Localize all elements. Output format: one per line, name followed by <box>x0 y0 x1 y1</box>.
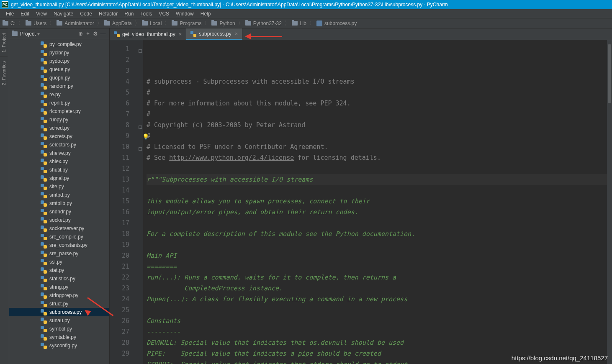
file-tree-item[interactable]: symtable.py <box>9 333 109 341</box>
editor-tab[interactable]: get_video_thumbnail.py× <box>110 28 186 40</box>
code-line[interactable]: r"""Subprocesses with accessible I/O str… <box>147 174 609 185</box>
breadcrumb-segment[interactable]: Programs <box>172 21 201 26</box>
locate-icon[interactable]: ⊕ <box>77 31 84 37</box>
code-editor[interactable]: 1234567891011121314151617181920212223242… <box>110 40 612 364</box>
file-tree-item[interactable]: statistics.py <box>9 274 109 283</box>
file-tree-item[interactable]: symbol.py <box>9 325 109 333</box>
file-tree-item[interactable]: stat.py <box>9 266 109 274</box>
code-line[interactable]: Popen(...): A class for flexibly executi… <box>147 294 609 305</box>
code-line[interactable] <box>147 163 609 174</box>
fold-gutter[interactable] <box>137 40 143 364</box>
hide-icon[interactable]: — <box>99 31 107 37</box>
file-tree-item[interactable]: site.py <box>9 182 109 191</box>
menu-vcs[interactable]: VCS <box>155 10 172 18</box>
menu-refactor[interactable]: Refactor <box>95 10 121 18</box>
menu-window[interactable]: Window <box>172 10 197 18</box>
file-tree-item[interactable]: random.py <box>9 82 109 90</box>
code-line[interactable] <box>147 305 609 315</box>
code-line[interactable]: # <box>147 109 609 120</box>
file-tree-item[interactable]: ssl.py <box>9 258 109 266</box>
close-icon[interactable]: × <box>179 31 182 37</box>
file-tree-item[interactable]: string.py <box>9 283 109 291</box>
code-line[interactable]: DEVNULL: Special value that indicates th… <box>147 337 609 348</box>
code-line[interactable]: # See http://www.python.org/2.4/license … <box>147 152 609 163</box>
code-line[interactable]: Main API <box>147 250 609 261</box>
file-tree-item[interactable]: shelve.py <box>9 149 109 157</box>
menu-tools[interactable]: Tools <box>137 10 155 18</box>
menu-run[interactable]: Run <box>121 10 137 18</box>
toolwindow-tab[interactable]: 1: Project <box>0 28 8 56</box>
menu-view[interactable]: View <box>33 10 50 18</box>
breadcrumb-segment[interactable]: Python37-32 <box>245 21 282 26</box>
breadcrumb-segment[interactable]: Administrator <box>57 21 94 26</box>
menu-navigate[interactable]: Navigate <box>50 10 77 18</box>
file-tree-item[interactable]: sndhdr.py <box>9 208 109 216</box>
code-line[interactable]: # Licensed to PSF under a Contributor Ag… <box>147 141 609 152</box>
code-line[interactable]: This module allows you to spawn processe… <box>147 196 609 207</box>
toolwindow-tab[interactable]: 2: Favorites <box>0 56 8 89</box>
intention-bulb-icon[interactable]: 💡 <box>142 131 149 142</box>
file-tree-item[interactable]: pydoc.py <box>9 57 109 65</box>
editor-tab[interactable]: subprocess.py× <box>186 28 242 40</box>
code-body[interactable]: 💡 # subprocess - Subprocesses with acces… <box>143 40 612 364</box>
menu-code[interactable]: Code <box>77 10 95 18</box>
file-tree-item[interactable]: sre_constants.py <box>9 241 109 249</box>
breadcrumb-segment[interactable]: AppData <box>104 21 132 26</box>
file-tree-item[interactable]: queue.py <box>9 65 109 74</box>
sidebar-title[interactable]: Project▾ <box>20 31 77 37</box>
file-tree-item[interactable]: socket.py <box>9 216 109 224</box>
file-tree-item[interactable]: secrets.py <box>9 132 109 141</box>
file-tree-item[interactable]: sysconfig.py <box>9 341 109 350</box>
file-tree-item[interactable]: runpy.py <box>9 115 109 124</box>
file-tree-item[interactable]: rlcompleter.py <box>9 107 109 115</box>
file-tree-item[interactable]: socketserver.py <box>9 224 109 233</box>
python-file-icon <box>41 175 47 182</box>
code-line[interactable]: # For more information about this module… <box>147 98 609 109</box>
code-line[interactable] <box>147 239 609 250</box>
gear-icon[interactable]: ⚙ <box>92 31 99 37</box>
file-tree-item[interactable]: shutil.py <box>9 166 109 174</box>
code-line[interactable]: input/output/error pipes, and obtain the… <box>147 207 609 218</box>
annotation-arrow <box>82 293 119 318</box>
breadcrumb-segment[interactable]: Users <box>26 21 46 26</box>
file-tree-item[interactable]: shlex.py <box>9 157 109 166</box>
breadcrumb-segment[interactable]: C: <box>3 21 15 26</box>
code-line[interactable]: --------- <box>147 326 609 337</box>
code-line[interactable]: For a complete description of this modul… <box>147 228 609 239</box>
code-line[interactable]: CompletedProcess instance. <box>147 283 609 294</box>
code-line[interactable]: ======== <box>147 261 609 272</box>
file-tree-item[interactable]: quopri.py <box>9 74 109 82</box>
file-tree-item[interactable]: sre_parse.py <box>9 249 109 258</box>
breadcrumb-segment[interactable]: subprocess.py <box>316 21 357 26</box>
close-icon[interactable]: × <box>235 31 238 37</box>
pycharm-app-icon: PC <box>2 1 8 8</box>
menu-help[interactable]: Help <box>197 10 214 18</box>
breadcrumb-segment[interactable]: Lib <box>292 21 306 26</box>
code-line[interactable]: # <box>147 131 609 141</box>
file-tree-item[interactable]: py_compile.py <box>9 40 109 49</box>
breadcrumb-segment[interactable]: Local <box>142 21 162 26</box>
breadcrumb-segment[interactable]: Python <box>211 21 235 26</box>
code-line[interactable]: run(...): Runs a command, waits for it t… <box>147 272 609 283</box>
file-tree-item[interactable]: reprlib.py <box>9 99 109 107</box>
editor-scrollbar[interactable] <box>607 40 612 364</box>
file-tree-item[interactable]: sre_compile.py <box>9 233 109 241</box>
file-tree-item[interactable]: selectors.py <box>9 141 109 149</box>
code-line[interactable]: Constants <box>147 315 609 326</box>
code-line[interactable]: # <box>147 87 609 98</box>
code-line[interactable]: # Copyright (c) 2003-2005 by Peter Astra… <box>147 120 609 131</box>
code-line[interactable] <box>147 218 609 228</box>
menu-file[interactable]: File <box>3 10 17 18</box>
file-tree-item[interactable]: pyclbr.py <box>9 49 109 57</box>
file-tree-item[interactable]: smtpd.py <box>9 191 109 199</box>
file-tree-item[interactable]: re.py <box>9 90 109 99</box>
folder-icon <box>104 21 110 26</box>
code-line[interactable] <box>147 185 609 196</box>
file-tree-item[interactable]: signal.py <box>9 174 109 182</box>
scrollbar-thumb[interactable] <box>608 44 611 103</box>
file-tree-item[interactable]: smtplib.py <box>9 199 109 208</box>
file-tree-item[interactable]: sched.py <box>9 124 109 132</box>
menu-edit[interactable]: Edit <box>17 10 33 18</box>
code-line[interactable]: # subprocess - Subprocesses with accessi… <box>147 76 609 87</box>
collapse-icon[interactable]: ÷ <box>84 31 92 37</box>
